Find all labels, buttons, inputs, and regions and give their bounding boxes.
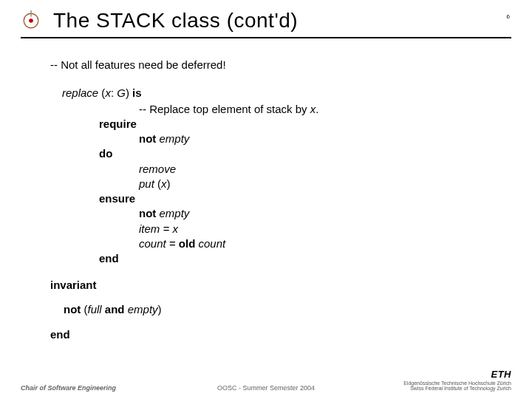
footer-center: OOSC - Summer Semester 2004: [217, 384, 315, 392]
kw-old: old: [179, 237, 196, 250]
body-put: put (x): [50, 177, 511, 191]
post-count: count = old count: [50, 236, 511, 251]
bullet-icon: [21, 10, 41, 31]
colon: :: [111, 86, 117, 99]
paren-close: ): [126, 86, 132, 99]
kw-not-inv: not: [64, 303, 81, 316]
post-not-empty: not empty: [50, 206, 511, 221]
inv-full: full: [88, 303, 102, 316]
arg-type: G: [117, 86, 126, 99]
slide-content: -- Not all features need be deferred! re…: [21, 58, 511, 342]
eth-logo: ETH: [403, 369, 511, 380]
eth-line2: Swiss Federal Institute of Technology Zu…: [403, 386, 511, 392]
post-count-left: count =: [139, 237, 179, 250]
slide-title: The STACK class (cont'd): [53, 9, 298, 33]
arg-name: x: [105, 86, 111, 99]
kw-end-routine: end: [50, 251, 511, 266]
inv-empty: empty: [128, 303, 158, 316]
comment-suffix: .: [316, 103, 318, 115]
invariant-expr: not (full and empty): [50, 302, 511, 317]
inv-close: ): [158, 303, 162, 316]
inv-open: (: [81, 303, 87, 316]
kw-not-2: not: [139, 207, 156, 219]
kw-do: do: [50, 146, 511, 161]
svg-point-1: [29, 18, 33, 23]
kw-is: is: [132, 86, 142, 99]
page-number: 6: [507, 13, 510, 20]
precondition: not empty: [50, 132, 511, 146]
kw-not: not: [139, 132, 156, 145]
put-name: put: [139, 177, 154, 190]
footer-right: ETH Eidgenössische Technische Hochschule…: [403, 369, 511, 392]
post-count-right: count: [195, 237, 225, 250]
pre-empty: empty: [156, 132, 189, 145]
kw-and: and: [102, 303, 128, 316]
invariant-block: invariant not (full and empty): [50, 278, 511, 317]
feature-comment: -- Not all features need be deferred!: [50, 58, 511, 72]
kw-end-class: end: [50, 327, 511, 342]
slide-header: The STACK class (cont'd): [21, 9, 511, 38]
kw-require: require: [50, 117, 511, 132]
routine-name: replace: [62, 86, 98, 99]
eth-line1: Eidgenössische Technische Hochschule Zür…: [403, 381, 511, 386]
put-arg: x: [161, 177, 167, 190]
put-close: ): [167, 177, 171, 190]
slide: The STACK class (cont'd) 6 -- Not all fe…: [0, 0, 532, 399]
body-remove: remove: [50, 162, 511, 177]
paren-open: (: [98, 86, 105, 99]
put-open: (: [154, 177, 161, 190]
footer-left: Chair of Software Engineering: [21, 384, 116, 392]
routine-comment: -- Replace top element of stack by x.: [50, 102, 511, 117]
comment-prefix: -- Replace top element of stack by: [139, 103, 310, 115]
kw-invariant: invariant: [50, 278, 511, 293]
post-item: item = x: [50, 222, 511, 236]
slide-footer: Chair of Software Engineering OOSC - Sum…: [0, 369, 532, 392]
post-empty: empty: [156, 207, 189, 219]
kw-ensure: ensure: [50, 191, 511, 206]
routine-signature: replace (x: G) is: [50, 86, 511, 100]
